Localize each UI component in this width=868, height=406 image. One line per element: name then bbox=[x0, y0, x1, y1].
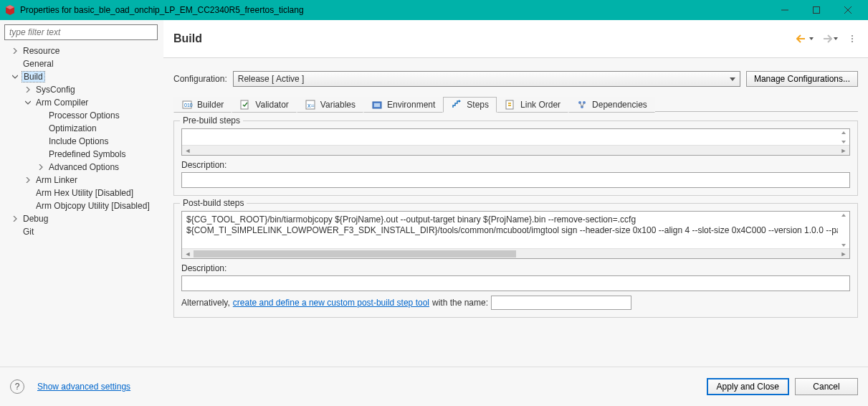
pre-build-group: Pre-build steps ◄ ► Desc bbox=[173, 121, 858, 196]
window-title: Properties for basic_ble_oad_onchip_LP_E… bbox=[20, 5, 769, 15]
svg-rect-12 bbox=[374, 103, 380, 107]
tree-item-arm-compiler[interactable]: Arm Compiler bbox=[4, 96, 163, 109]
post-build-name-input[interactable] bbox=[491, 296, 631, 310]
cancel-button[interactable]: Cancel bbox=[795, 378, 858, 395]
post-desc-input[interactable] bbox=[181, 275, 850, 291]
spin-down-icon[interactable] bbox=[838, 138, 849, 145]
config-label: Configuration: bbox=[173, 74, 227, 84]
chevron-right-icon[interactable] bbox=[23, 85, 33, 95]
spin-up-icon[interactable] bbox=[838, 212, 849, 218]
tree-item-predefined-symbols[interactable]: Predefined Symbols bbox=[4, 148, 163, 161]
main-header: Build bbox=[163, 20, 868, 58]
tree-item-advanced-options[interactable]: Advanced Options bbox=[4, 161, 163, 174]
post-desc-label: Description: bbox=[181, 263, 850, 273]
svg-text:010: 010 bbox=[184, 103, 193, 108]
forward-menu-icon[interactable] bbox=[834, 37, 838, 40]
scroll-right-icon[interactable]: ► bbox=[838, 146, 849, 156]
spin-down-icon[interactable] bbox=[838, 242, 849, 248]
main-panel: Build Configuration: Release [ Acti bbox=[163, 20, 868, 367]
tab-body-steps: Pre-build steps ◄ ► Desc bbox=[163, 112, 868, 367]
scroll-left-icon[interactable]: ◄ bbox=[182, 249, 194, 259]
pre-desc-input[interactable] bbox=[181, 172, 850, 188]
tree: Resource General Build SysConfig Arm Com… bbox=[4, 44, 163, 238]
pre-build-label: Pre-build steps bbox=[180, 115, 243, 126]
spin-up-icon[interactable] bbox=[838, 129, 849, 136]
tree-item-build[interactable]: Build bbox=[4, 70, 163, 83]
post-build-combo[interactable]: ${CG_TOOL_ROOT}/bin/tiarmobjcopy ${ProjN… bbox=[181, 211, 850, 259]
chevron-right-icon[interactable] bbox=[10, 214, 20, 224]
chevron-right-icon[interactable] bbox=[10, 46, 20, 56]
tree-item-arm-linker[interactable]: Arm Linker bbox=[4, 174, 163, 187]
tab-environment[interactable]: Environment bbox=[363, 97, 443, 113]
tree-item-resource[interactable]: Resource bbox=[4, 44, 163, 57]
chevron-down-icon[interactable] bbox=[10, 72, 20, 82]
config-value: Release [ Active ] bbox=[238, 74, 305, 84]
tree-item-sysconfig[interactable]: SysConfig bbox=[4, 83, 163, 96]
svg-text:x=: x= bbox=[307, 102, 315, 109]
validator-icon bbox=[239, 99, 251, 110]
alt-suffix: with the name: bbox=[432, 298, 488, 308]
sidebar: Resource General Build SysConfig Arm Com… bbox=[0, 20, 163, 367]
tab-link-order[interactable]: Link Order bbox=[497, 97, 568, 113]
svg-rect-8 bbox=[241, 100, 248, 109]
apply-close-button[interactable]: Apply and Close bbox=[707, 378, 789, 395]
tab-steps[interactable]: Steps bbox=[443, 97, 497, 113]
pre-build-hscroll[interactable]: ◄ ► bbox=[182, 145, 849, 155]
svg-rect-3 bbox=[814, 7, 820, 14]
tabs: 010 Builder Validator x= Variables Envir… bbox=[163, 95, 868, 112]
tree-item-include-options[interactable]: Include Options bbox=[4, 135, 163, 148]
titlebar: Properties for basic_ble_oad_onchip_LP_E… bbox=[0, 0, 868, 20]
show-advanced-link[interactable]: Show advanced settings bbox=[37, 382, 130, 392]
post-build-text[interactable]: ${CG_TOOL_ROOT}/bin/tiarmobjcopy ${ProjN… bbox=[182, 212, 838, 248]
tree-item-optimization[interactable]: Optimization bbox=[4, 122, 163, 135]
alt-prefix: Alternatively, bbox=[181, 298, 230, 308]
manage-configs-button[interactable]: Manage Configurations... bbox=[746, 71, 858, 87]
alt-row: Alternatively, create and define a new c… bbox=[181, 296, 850, 310]
scroll-left-icon[interactable]: ◄ bbox=[182, 146, 194, 156]
config-select[interactable]: Release [ Active ] bbox=[233, 71, 740, 87]
page-title: Build bbox=[173, 32, 796, 45]
alt-link[interactable]: create and define a new custom post-buil… bbox=[233, 298, 429, 308]
tree-item-arm-hex[interactable]: Arm Hex Utility [Disabled] bbox=[4, 187, 163, 199]
tree-item-general[interactable]: General bbox=[4, 57, 163, 70]
variables-icon: x= bbox=[305, 99, 316, 110]
tree-item-debug[interactable]: Debug bbox=[4, 212, 163, 225]
dependencies-icon bbox=[576, 99, 588, 110]
tree-item-processor-options[interactable]: Processor Options bbox=[4, 109, 163, 122]
view-menu-icon[interactable] bbox=[846, 32, 858, 46]
pre-build-combo[interactable]: ◄ ► bbox=[181, 128, 850, 156]
filter-input[interactable] bbox=[4, 24, 158, 40]
svg-rect-13 bbox=[506, 100, 513, 109]
tab-variables[interactable]: x= Variables bbox=[297, 97, 363, 113]
config-row: Configuration: Release [ Active ] Manage… bbox=[163, 58, 868, 95]
tab-builder[interactable]: 010 Builder bbox=[173, 97, 232, 113]
chevron-right-icon[interactable] bbox=[23, 175, 33, 185]
app-icon bbox=[4, 4, 16, 16]
chevron-down-icon[interactable] bbox=[23, 98, 33, 108]
close-button[interactable] bbox=[832, 0, 864, 20]
help-icon[interactable]: ? bbox=[10, 379, 24, 394]
environment-icon bbox=[371, 99, 383, 110]
tree-item-arm-objcopy[interactable]: Arm Objcopy Utility [Disabled] bbox=[4, 199, 163, 212]
pre-build-text[interactable] bbox=[182, 129, 838, 145]
pre-desc-label: Description: bbox=[181, 160, 850, 170]
minimize-button[interactable] bbox=[769, 0, 801, 20]
maximize-button[interactable] bbox=[801, 0, 832, 20]
chevron-right-icon[interactable] bbox=[36, 162, 46, 172]
post-build-label: Post-build steps bbox=[180, 198, 247, 208]
chevron-down-icon bbox=[730, 77, 735, 81]
post-build-hscroll[interactable]: ◄ ► bbox=[182, 248, 849, 258]
link-order-icon bbox=[505, 99, 516, 110]
post-build-group: Post-build steps ${CG_TOOL_ROOT}/bin/tia… bbox=[173, 203, 858, 318]
back-button[interactable] bbox=[796, 32, 814, 46]
back-menu-icon[interactable] bbox=[809, 37, 814, 40]
forward-button[interactable] bbox=[821, 32, 838, 46]
bottom-bar: ? Show advanced settings Apply and Close… bbox=[0, 367, 868, 406]
steps-icon bbox=[451, 99, 462, 110]
tree-item-git[interactable]: Git bbox=[4, 225, 163, 238]
tab-validator[interactable]: Validator bbox=[232, 97, 296, 113]
tab-dependencies[interactable]: Dependencies bbox=[568, 97, 655, 113]
builder-icon: 010 bbox=[181, 99, 193, 110]
scroll-right-icon[interactable]: ► bbox=[838, 249, 849, 259]
